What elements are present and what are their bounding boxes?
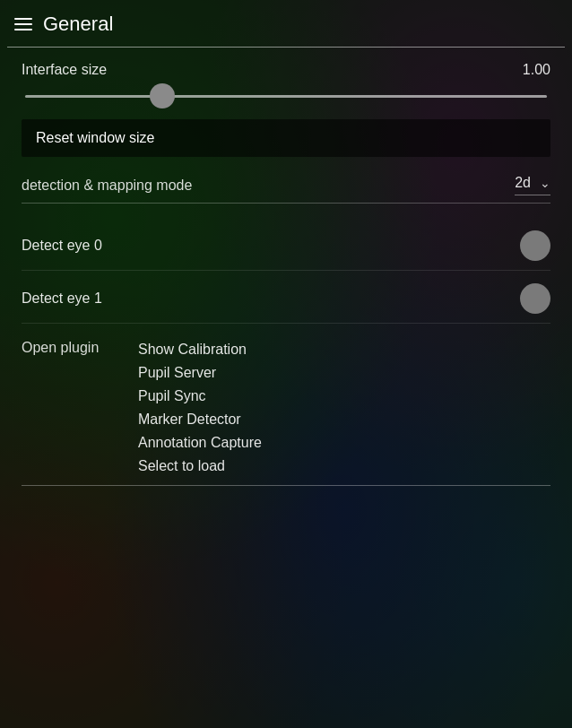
plugin-item[interactable]: Show Calibration xyxy=(138,338,262,361)
plugin-item[interactable]: Pupil Sync xyxy=(138,385,262,408)
page-title: General xyxy=(43,13,113,36)
detection-mode-label: detection & mapping mode xyxy=(22,178,192,194)
content: Interface size 1.00 Reset window size de… xyxy=(0,48,572,500)
panel: General Interface size 1.00 Reset window… xyxy=(0,0,572,728)
plugin-divider xyxy=(22,485,550,486)
detect-eye-0-row: Detect eye 0 xyxy=(22,221,550,271)
detect-eye-0-toggle[interactable] xyxy=(520,230,550,261)
plugin-list: Show CalibrationPupil ServerPupil SyncMa… xyxy=(138,338,262,478)
chevron-down-icon: ⌄ xyxy=(540,176,550,190)
plugin-item[interactable]: Marker Detector xyxy=(138,408,262,431)
detect-eye-1-label: Detect eye 1 xyxy=(22,290,102,307)
detection-mode-value: 2d xyxy=(515,175,531,191)
plugin-item[interactable]: Select to load xyxy=(138,455,262,478)
interface-size-value: 1.00 xyxy=(523,62,550,78)
interface-size-label: Interface size xyxy=(22,62,107,78)
reset-window-size-button[interactable]: Reset window size xyxy=(22,119,550,157)
plugin-item[interactable]: Annotation Capture xyxy=(138,431,262,455)
detect-eye-1-row: Detect eye 1 xyxy=(22,274,550,324)
interface-size-row: Interface size 1.00 xyxy=(22,62,550,78)
detect-eye-1-toggle[interactable] xyxy=(520,283,550,314)
open-plugin-label: Open plugin xyxy=(22,338,138,478)
plugin-item[interactable]: Pupil Server xyxy=(138,361,262,385)
open-plugin-section: Open plugin Show CalibrationPupil Server… xyxy=(22,338,550,478)
interface-size-slider-container xyxy=(22,85,550,101)
detection-mode-dropdown[interactable]: 2d ⌄ xyxy=(515,175,550,195)
detect-eye-0-label: Detect eye 0 xyxy=(22,238,102,254)
detection-mode-row: detection & mapping mode 2d ⌄ xyxy=(22,175,550,204)
interface-size-slider[interactable] xyxy=(25,95,547,98)
header: General xyxy=(0,0,572,47)
menu-icon[interactable] xyxy=(14,18,32,30)
